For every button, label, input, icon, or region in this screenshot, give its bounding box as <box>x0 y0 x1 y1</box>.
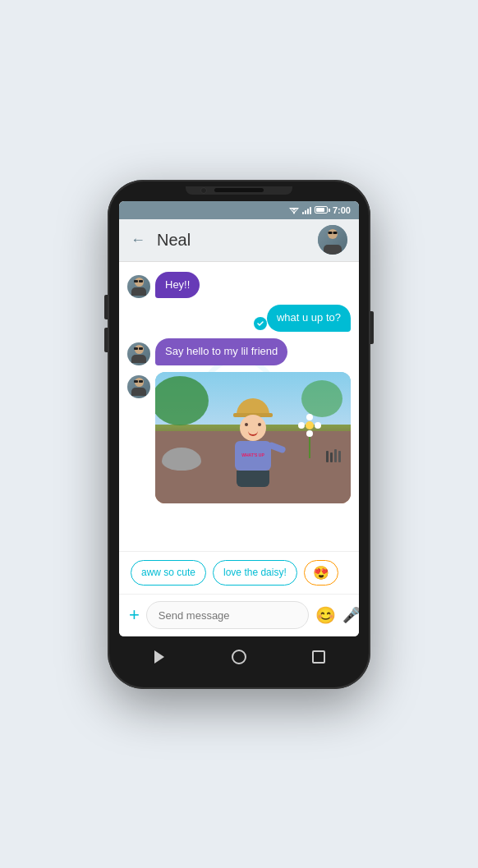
baby-head <box>240 415 266 441</box>
contact-name: Neal <box>157 231 318 250</box>
add-attachment-button[interactable]: + <box>129 606 140 624</box>
svg-point-3 <box>293 212 295 214</box>
front-camera <box>200 187 207 194</box>
status-time: 7:00 <box>333 205 351 215</box>
earpiece-speaker <box>214 188 264 192</box>
baby-shirt: WHAT'S UP <box>235 441 271 471</box>
bubble-1: Hey!! <box>155 272 200 299</box>
back-nav-button[interactable] <box>148 645 171 668</box>
chat-area: Hey!! what u up to? <box>119 262 359 551</box>
power-button[interactable] <box>370 311 374 344</box>
message-text-2: what u up to? <box>277 311 341 324</box>
baby-shorts <box>237 471 269 487</box>
message-text-3: Say hello to my lil friend <box>165 345 278 357</box>
home-nav-button[interactable] <box>228 645 250 668</box>
sender-avatar-1 <box>127 275 150 298</box>
input-bar: + 😊 🎤 <box>119 594 359 636</box>
message-row-2: what u up to? <box>127 305 351 332</box>
sender-avatar-3 <box>127 342 150 365</box>
phone-notch <box>186 186 292 195</box>
bubble-2: what u up to? <box>267 305 351 332</box>
wifi-icon <box>289 206 299 214</box>
photo-message: WHAT'S UP <box>127 372 351 503</box>
avatar-image <box>318 225 347 255</box>
baby-photo: WHAT'S UP <box>155 372 351 503</box>
baby-hat <box>237 398 269 415</box>
photo-with-avatar: WHAT'S UP <box>127 372 351 503</box>
status-icons: 7:00 <box>289 205 351 215</box>
smart-reply-emoji[interactable]: 😍 <box>304 560 338 586</box>
nav-bar <box>119 640 359 674</box>
photo-bubble[interactable]: WHAT'S UP <box>155 372 351 503</box>
status-bar: 7:00 <box>119 201 359 219</box>
baby-figure: WHAT'S UP <box>235 398 271 487</box>
smart-reply-1[interactable]: aww so cute <box>131 560 206 586</box>
volume-down-button[interactable] <box>104 328 108 352</box>
signal-icon <box>302 206 311 214</box>
app-header: ← Neal <box>119 219 359 262</box>
sender-avatar-4 <box>127 375 150 398</box>
message-row-1: Hey!! <box>127 272 351 299</box>
daisy-flower <box>301 417 318 458</box>
bubble-3: Say hello to my lil friend <box>155 338 287 365</box>
phone-screen: 7:00 ← Neal <box>119 201 359 636</box>
phone-device: 7:00 ← Neal <box>108 180 370 689</box>
emoji-button[interactable]: 😊 <box>315 605 336 625</box>
message-row-3: Say hello to my lil friend <box>127 338 351 365</box>
recents-nav-button[interactable] <box>307 645 330 668</box>
back-button[interactable]: ← <box>131 232 145 249</box>
message-text-1: Hey!! <box>165 278 190 291</box>
battery-icon <box>315 206 328 214</box>
read-receipt <box>254 317 267 330</box>
smart-reply-2[interactable]: love the daisy! <box>213 560 297 586</box>
message-input[interactable] <box>146 601 309 629</box>
volume-up-button[interactable] <box>104 295 108 319</box>
smart-replies: aww so cute love the daisy! 😍 <box>119 551 359 594</box>
contact-avatar-header[interactable] <box>318 225 347 255</box>
shirt-text: WHAT'S UP <box>241 453 264 458</box>
mic-button[interactable]: 🎤 <box>342 606 359 624</box>
